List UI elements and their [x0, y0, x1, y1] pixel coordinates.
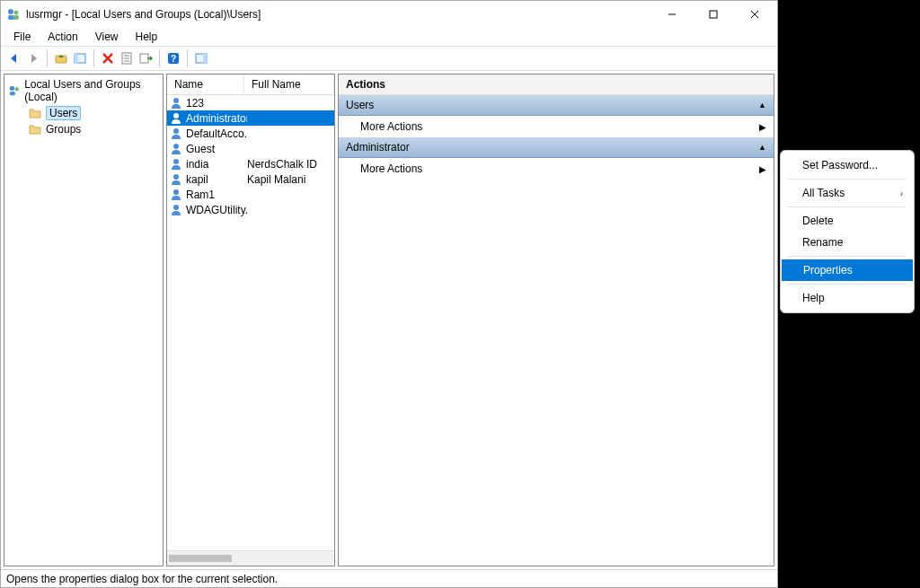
user-icon: [169, 127, 183, 141]
svg-point-26: [173, 113, 179, 118]
ctx-rename[interactable]: Rename: [781, 232, 914, 253]
svg-rect-17: [140, 54, 148, 63]
menubar: File Action View Help: [1, 28, 777, 46]
actions-header: Actions: [339, 75, 774, 95]
svg-point-25: [173, 98, 179, 103]
collapse-icon: ▲: [758, 101, 766, 110]
collapse-icon: ▲: [758, 143, 766, 152]
workarea: Local Users and Groups (Local) Users Gro…: [1, 71, 777, 569]
titlebar: lusrmgr - [Local Users and Groups (Local…: [1, 1, 777, 28]
list-cell-name: Administrator: [186, 112, 247, 125]
user-icon: [169, 188, 183, 202]
svg-point-28: [173, 144, 179, 149]
svg-rect-10: [75, 54, 78, 63]
folder-icon: [28, 122, 42, 136]
actions-pane: Actions Users ▲ More Actions ▶ Administr…: [338, 74, 774, 566]
svg-point-29: [173, 159, 179, 164]
ctx-help[interactable]: Help: [781, 287, 914, 309]
tree-item-users[interactable]: Users: [8, 105, 159, 121]
tree-item-label: Users: [46, 106, 81, 120]
user-icon: [169, 203, 183, 217]
svg-rect-3: [13, 15, 19, 20]
list-row[interactable]: indiaNerdsChalk ID: [167, 156, 334, 171]
ctx-properties[interactable]: Properties: [782, 259, 913, 281]
user-icon: [169, 172, 183, 187]
export-icon[interactable]: [137, 50, 154, 66]
maximize-button[interactable]: [693, 1, 734, 28]
list-cell-name: 123: [186, 97, 247, 110]
svg-point-2: [14, 11, 19, 15]
svg-point-32: [173, 205, 179, 210]
svg-point-24: [15, 87, 19, 91]
actions-section-users[interactable]: Users ▲: [339, 95, 774, 116]
show-hide-action-pane-icon[interactable]: [193, 50, 209, 66]
list-cell-name: WDAGUtility...: [186, 204, 247, 216]
show-hide-console-icon[interactable]: [72, 50, 88, 66]
tree-root-label: Local Users and Groups (Local): [24, 78, 159, 103]
list-row[interactable]: WDAGUtility...: [167, 202, 334, 217]
list-row[interactable]: kapilKapil Malani: [167, 171, 334, 187]
list-cell-name: kapil: [186, 173, 247, 186]
list-row[interactable]: DefaultAcco...: [167, 126, 334, 141]
list-cell-name: DefaultAcco...: [186, 127, 247, 140]
back-button[interactable]: [6, 50, 22, 66]
tree-root[interactable]: Local Users and Groups (Local): [8, 76, 159, 105]
menu-help[interactable]: Help: [128, 29, 165, 45]
main-window: lusrmgr - [Local Users and Groups (Local…: [0, 0, 778, 588]
svg-point-30: [173, 174, 179, 180]
svg-rect-1: [8, 15, 14, 20]
user-icon: [169, 157, 183, 171]
users-list: Name Full Name 123AdministratorDefaultAc…: [166, 74, 335, 566]
svg-rect-23: [10, 92, 15, 95]
help-icon[interactable]: ?: [165, 50, 181, 66]
minimize-button[interactable]: [651, 1, 693, 28]
ctx-all-tasks[interactable]: All Tasks ›: [781, 182, 914, 204]
ctx-set-password[interactable]: Set Password...: [781, 154, 914, 176]
submenu-arrow-icon: ›: [900, 189, 903, 198]
user-icon: [169, 96, 183, 110]
list-cell-fullname: Kapil Malani: [247, 173, 334, 186]
list-row[interactable]: 123: [167, 95, 334, 110]
list-cell-fullname: NerdsChalk ID: [247, 158, 334, 171]
close-button[interactable]: [734, 1, 775, 28]
list-row[interactable]: Guest: [167, 141, 334, 156]
list-row[interactable]: Administrator: [167, 110, 334, 126]
context-menu: Set Password... All Tasks › Delete Renam…: [780, 150, 915, 313]
ctx-delete[interactable]: Delete: [781, 210, 914, 232]
folder-up-icon[interactable]: [53, 50, 69, 66]
list-row[interactable]: Ram1: [167, 187, 334, 202]
user-icon: [169, 142, 183, 156]
menu-action[interactable]: Action: [40, 29, 84, 45]
more-actions-admin[interactable]: More Actions ▶: [339, 158, 774, 180]
menu-view[interactable]: View: [88, 29, 126, 45]
svg-point-31: [173, 189, 179, 195]
svg-point-0: [8, 9, 13, 14]
column-name[interactable]: Name: [167, 75, 244, 94]
column-fullname[interactable]: Full Name: [244, 75, 334, 94]
svg-point-27: [173, 128, 179, 134]
nav-tree: Local Users and Groups (Local) Users Gro…: [4, 74, 164, 566]
users-groups-icon: [8, 83, 21, 98]
user-icon: [169, 111, 183, 126]
window-title: lusrmgr - [Local Users and Groups (Local…: [26, 8, 651, 21]
submenu-arrow-icon: ▶: [759, 164, 766, 174]
status-bar: Opens the properties dialog box for the …: [1, 569, 777, 587]
properties-icon[interactable]: [119, 50, 135, 66]
list-cell-name: Ram1: [186, 189, 247, 201]
actions-section-administrator[interactable]: Administrator ▲: [339, 137, 774, 158]
svg-rect-5: [710, 11, 717, 18]
horizontal-scrollbar[interactable]: [167, 550, 334, 566]
delete-icon[interactable]: [100, 50, 116, 66]
toolbar: ?: [1, 46, 777, 71]
forward-button[interactable]: [25, 50, 41, 66]
tree-item-groups[interactable]: Groups: [8, 121, 159, 137]
svg-text:?: ?: [171, 54, 176, 64]
list-cell-name: india: [186, 158, 247, 171]
more-actions-users[interactable]: More Actions ▶: [339, 116, 774, 137]
menu-file[interactable]: File: [6, 29, 38, 45]
svg-point-22: [10, 86, 14, 91]
list-header: Name Full Name: [167, 75, 334, 95]
list-cell-name: Guest: [186, 143, 247, 155]
tree-item-label: Groups: [46, 123, 81, 136]
svg-rect-21: [203, 54, 207, 63]
